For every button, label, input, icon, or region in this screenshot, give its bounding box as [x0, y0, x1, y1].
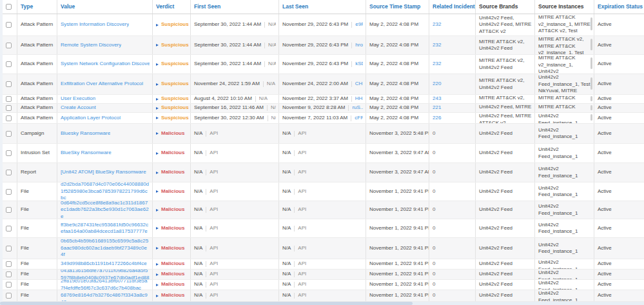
source-brands-text: Unit42v2 Feed — [479, 225, 532, 232]
row-checkbox[interactable] — [6, 131, 12, 137]
value-link[interactable]: 0d64fb2cd5cce8f8e8a9ac1c311d1867ec1dadb7… — [61, 201, 150, 219]
value-cell: System Information Discovery — [57, 14, 153, 35]
last-seen-source: e9F...wZyUl — [355, 21, 363, 28]
cell-scrollbar-thumb[interactable] — [590, 105, 592, 110]
expand-triangle-icon[interactable] — [156, 172, 159, 174]
related-incidents-cell: 0 — [429, 280, 476, 290]
source-instances-text: Unit42v2 Feed_instance_1 — [538, 185, 591, 199]
related-incidents-cell: 232 — [429, 14, 476, 35]
row-checkbox[interactable] — [6, 271, 12, 277]
value-link[interactable]: ff3be9c287431fec953681fd50c96632cefaa164… — [61, 222, 150, 235]
expand-triangle-icon[interactable] — [156, 273, 159, 276]
expand-triangle-icon[interactable] — [156, 63, 159, 66]
value-link[interactable]: Bluesky Ransomware — [61, 130, 110, 137]
expand-triangle-icon[interactable] — [156, 98, 159, 101]
value-link[interactable]: 2ff819c01e03fa26413bf607711df3e5a7f4efdf… — [61, 280, 150, 290]
subcolumn-divider — [267, 105, 268, 111]
row-checkbox[interactable] — [6, 246, 12, 251]
related-incidents-count: 232 — [433, 21, 441, 28]
value-link[interactable]: eca3ef27738569bbd0d4b577da6848068769e816… — [61, 290, 150, 301]
column-header-value[interactable]: Value — [57, 0, 153, 14]
cell-scrollbar-thumb[interactable] — [590, 114, 592, 121]
row-checkbox[interactable] — [6, 261, 12, 267]
last-seen-source: API — [298, 271, 306, 278]
value-link[interactable]: d2d2bda70687d4c070e06c44008880d1f5285980… — [61, 182, 150, 201]
expand-triangle-icon[interactable] — [156, 44, 159, 46]
cell-scrollbar-thumb[interactable] — [590, 96, 592, 101]
expand-triangle-icon[interactable] — [156, 247, 159, 250]
row-checkbox[interactable] — [6, 105, 12, 111]
column-header-type[interactable]: Type — [17, 0, 57, 14]
value-link[interactable]: Create Account — [61, 104, 96, 112]
column-header-source-time-stamp[interactable]: Source Time Stamp — [366, 0, 429, 14]
value-link[interactable]: Application Layer Protocol — [61, 115, 121, 122]
expand-triangle-icon[interactable] — [156, 24, 159, 26]
first-seen-source: API — [210, 261, 218, 268]
value-link[interactable]: System Network Configuration Discovery — [61, 61, 150, 68]
value-link[interactable]: Exfiltration Over Alternative Protocol — [61, 81, 143, 88]
row-checkbox[interactable] — [6, 293, 12, 299]
first-seen-source: N/A — [268, 21, 276, 28]
value-link[interactable]: [Unit42 ATOM] BlueSky Ransomware — [61, 169, 146, 176]
value-link[interactable]: System Information Discovery — [61, 21, 129, 28]
expand-triangle-icon[interactable] — [156, 190, 159, 193]
checkbox-cell — [0, 182, 17, 201]
source-instances-text: Unit42v2 Feed_instance_1 — [538, 146, 591, 160]
expand-triangle-icon[interactable] — [156, 209, 159, 212]
row-checkbox[interactable] — [6, 43, 12, 48]
column-header-last-seen[interactable]: Last Seen — [279, 0, 366, 14]
column-header-related-incidents[interactable]: Related Incidents — [429, 0, 476, 14]
row-checkbox[interactable] — [6, 189, 12, 195]
value-link[interactable]: Remote System Discovery — [61, 42, 121, 49]
table-row: Attack Pattern Exfiltration Over Alterna… — [0, 74, 644, 95]
value-link[interactable]: 043a13615bdfe7a7011f09b826a4a5f5597f8b8e… — [61, 270, 150, 279]
verdict-label: Malicious — [161, 245, 184, 252]
column-header-source-brands[interactable]: Source Brands — [476, 0, 535, 14]
value-link[interactable]: User Execution — [61, 95, 95, 103]
last-seen-time: November 9, 2022 8:28 AM — [282, 104, 345, 112]
row-checkbox[interactable] — [6, 61, 12, 67]
column-header-expiration-status[interactable]: Expiration Status — [594, 0, 644, 14]
verdict-label: Suspicious — [161, 104, 189, 112]
related-incidents-count: 0 — [433, 245, 435, 252]
column-header-source-instances[interactable]: Source Instances — [535, 0, 594, 14]
expand-triangle-icon[interactable] — [156, 227, 159, 230]
row-checkbox[interactable] — [6, 150, 12, 156]
row-checkbox[interactable] — [6, 207, 12, 213]
verdict-label: Malicious — [161, 206, 184, 213]
expand-triangle-icon[interactable] — [156, 107, 159, 110]
expand-triangle-icon[interactable] — [156, 295, 159, 297]
cell-scrollbar-thumb[interactable] — [590, 39, 592, 50]
expand-triangle-icon[interactable] — [156, 132, 159, 135]
row-checkbox[interactable] — [6, 282, 12, 288]
cell-scrollbar-thumb[interactable] — [590, 17, 592, 30]
column-header-first-seen[interactable]: First Seen — [191, 0, 279, 14]
cell-scrollbar-thumb[interactable] — [590, 57, 592, 69]
value-link[interactable]: d04e63e88ffefddb66b73308d1c1a8e2349d998b… — [61, 259, 150, 269]
column-header-verdict[interactable]: Verdict — [153, 0, 191, 14]
subcolumn-divider — [206, 271, 206, 277]
select-all-checkbox[interactable] — [6, 4, 12, 10]
first-seen-cell: N/AAPI — [191, 182, 279, 201]
row-checkbox[interactable] — [6, 170, 12, 175]
row-checkbox[interactable] — [6, 22, 12, 28]
horizontal-scrollbar-thumb[interactable] — [0, 302, 413, 305]
row-checkbox[interactable] — [6, 226, 12, 231]
row-checkbox[interactable] — [6, 81, 12, 87]
last-seen-cell: N/AAPI — [279, 270, 366, 279]
horizontal-scrollbar-track[interactable] — [0, 302, 644, 305]
row-checkbox[interactable] — [6, 96, 12, 102]
cell-scrollbar-thumb[interactable] — [590, 77, 592, 90]
verdict-cell: Malicious — [153, 280, 191, 290]
row-checkbox[interactable] — [6, 115, 12, 121]
value-link[interactable]: 0b65cb4b59b61689155c6599c5a8c256aac980dc… — [61, 238, 150, 259]
table-row: File 0b65cb4b59b61689155c6599c5a8c256aac… — [0, 238, 644, 259]
expand-triangle-icon[interactable] — [156, 152, 159, 155]
value-link[interactable]: BlueSky Ransomware — [61, 150, 112, 157]
expand-triangle-icon[interactable] — [156, 284, 159, 286]
source-instances-text: Unit42v2 Feed_instance_1 — [538, 127, 591, 141]
expand-triangle-icon[interactable] — [156, 117, 159, 119]
source-brands-cell: Unit42v2 Feed — [476, 124, 535, 143]
expand-triangle-icon[interactable] — [156, 263, 159, 266]
expand-triangle-icon[interactable] — [156, 83, 159, 86]
